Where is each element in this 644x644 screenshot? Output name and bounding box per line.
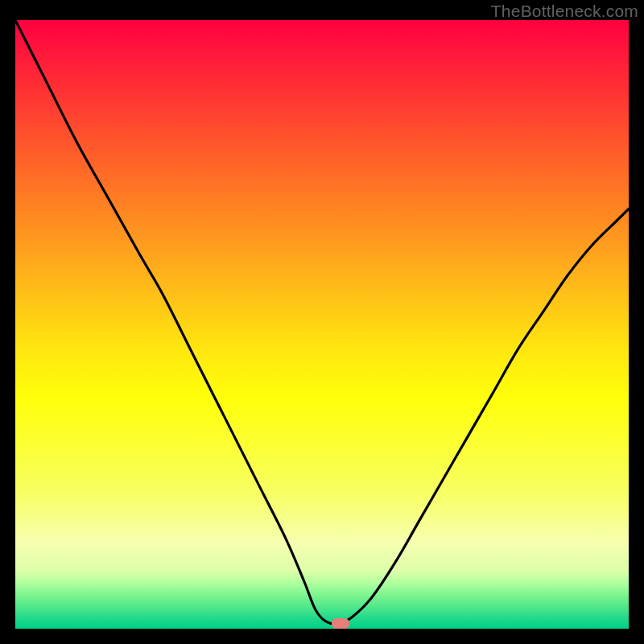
optimum-marker bbox=[332, 618, 349, 629]
bottleneck-curve bbox=[15, 20, 629, 629]
watermark-text: TheBottleneck.com bbox=[491, 2, 638, 21]
chart-stage: TheBottleneck.com bbox=[0, 0, 644, 644]
plot-area bbox=[15, 20, 629, 629]
curve-path bbox=[15, 20, 629, 624]
